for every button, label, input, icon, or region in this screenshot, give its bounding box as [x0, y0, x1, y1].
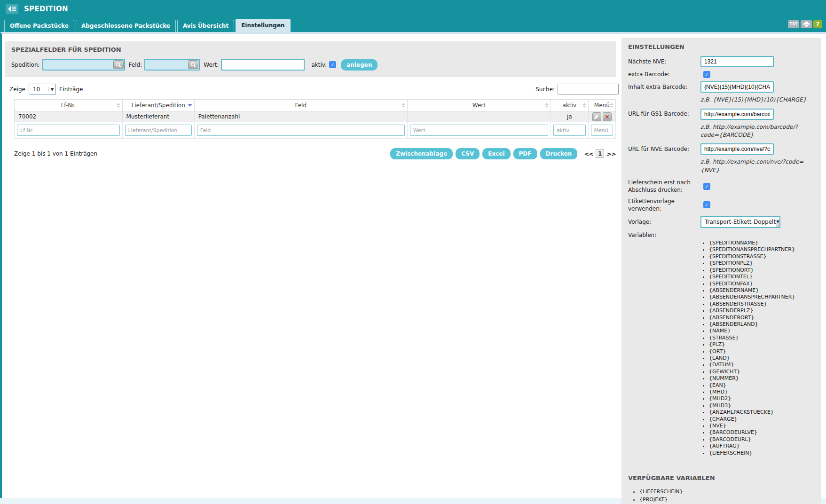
- csv-button[interactable]: CSV: [456, 148, 480, 159]
- col-header-lf-nr[interactable]: Lf-Nr.: [15, 100, 123, 111]
- pdf-button[interactable]: PDF: [513, 148, 537, 159]
- cell-lieferant: Musterlieferant: [122, 111, 194, 122]
- zeige-label: Zeige: [9, 86, 25, 93]
- wert-label: Wert:: [204, 62, 219, 68]
- sort-icons[interactable]: [610, 103, 614, 108]
- next-page-button[interactable]: >>: [606, 150, 616, 158]
- table-search-input[interactable]: [558, 84, 619, 94]
- tab-abgeschlossene-packstuecke[interactable]: Abgeschlossene Packstücke: [76, 20, 176, 32]
- variable-item: {SPEDITIONORT}: [709, 267, 817, 274]
- variable-item: {BARCODEURL}: [709, 436, 817, 443]
- variable-item: {ABSENDERANSPRECHPARTNER}: [709, 294, 817, 300]
- page-size-select[interactable]: 10 ▼: [29, 84, 56, 94]
- sort-icons[interactable]: [582, 103, 586, 108]
- search-area: Suche:: [535, 84, 619, 94]
- pencil-icon: [594, 114, 599, 119]
- url-nve-input[interactable]: [700, 143, 774, 155]
- filter-lf-nr-input[interactable]: [17, 125, 120, 136]
- einstellungen-panel: EINSTELLUNGEN Nächste NVE: extra Barcode…: [621, 38, 821, 504]
- sort-icons[interactable]: [545, 103, 549, 108]
- cell-lf-nr: 70002: [15, 111, 123, 122]
- anlegen-button[interactable]: anlegen: [341, 59, 378, 71]
- variable-item: {GEWICHT}: [709, 369, 817, 375]
- col-header-aktiv[interactable]: aktiv: [551, 100, 589, 111]
- toolbar-icons: TXT ?: [788, 20, 822, 28]
- aktiv-checkbox[interactable]: [329, 61, 336, 68]
- prev-page-button[interactable]: <<: [584, 150, 593, 158]
- drucken-button[interactable]: Drucken: [540, 148, 578, 159]
- sort-desc-icon[interactable]: [188, 104, 192, 107]
- tab-offene-packstuecke[interactable]: Offene Packstücke: [4, 20, 74, 32]
- edit-row-button[interactable]: [592, 112, 601, 121]
- lieferschein-checkbox[interactable]: [703, 183, 710, 190]
- variable-item: {MHD3}: [709, 402, 817, 409]
- verfuegbare-variablen-heading: VERFÜGBARE VARIABLEN: [628, 474, 817, 481]
- variable-item: {NVE}: [709, 423, 817, 429]
- vorlage-select[interactable]: Transport-Etikett-Doppelt ▼: [700, 216, 780, 228]
- url-gs1-input[interactable]: [700, 109, 774, 120]
- naechste-nve-label: Nächste NVE:: [628, 58, 700, 65]
- variable-item: {ABSENDERNAME}: [709, 287, 817, 294]
- variable-item: {SPEDITIONSTRASSE}: [709, 253, 817, 260]
- sort-icons[interactable]: [401, 103, 405, 108]
- wert-input[interactable]: [221, 59, 305, 71]
- content-area: SPEZIALFELDER FÜR SPEDITION Spedition: F…: [0, 32, 826, 498]
- current-page-button[interactable]: 1: [596, 150, 604, 158]
- tab-einstellungen[interactable]: Einstellungen: [236, 19, 290, 32]
- variable-item: {ANZAHLPACKSTUECKE}: [709, 409, 817, 416]
- col-header-feld[interactable]: Feld: [194, 100, 407, 111]
- excel-button[interactable]: Excel: [482, 148, 510, 159]
- spezialfelder-heading: SPEZIALFELDER FÜR SPEDITION: [11, 46, 609, 53]
- variable-item: {CHARGE}: [709, 416, 817, 423]
- delete-row-button[interactable]: ✕: [603, 112, 612, 121]
- variable-item: {NUMMER}: [709, 375, 817, 382]
- variable-item: {STRASSE}: [709, 335, 817, 341]
- magnifier-icon: [190, 62, 196, 68]
- cell-menue: ✕: [588, 111, 615, 122]
- inhalt-extra-barcode-hint: z.B. {NVE}(15){MHD}(10){CHARGE}: [700, 96, 813, 104]
- variable-item: {ABSENDERLAND}: [709, 321, 817, 328]
- variable-item: {PROJEKT}: [639, 496, 817, 504]
- txt-export-icon[interactable]: TXT: [788, 20, 799, 28]
- help-icon[interactable]: ?: [813, 20, 822, 28]
- vorlage-value: Transport-Etikett-Doppelt: [701, 219, 776, 225]
- table-row[interactable]: 70002 Musterlieferant Palettenanzahl ja: [15, 111, 616, 122]
- variable-item: {ABSENDERORT}: [709, 315, 817, 321]
- spedition-search-button[interactable]: [113, 60, 124, 69]
- table-footer: Zeige 1 bis 1 von 1 Einträgen Zwischenab…: [14, 148, 616, 159]
- verfuegbare-variablen-list: {LIEFERSCHEIN}{PROJEKT}{AUFTRAG}{NVE}{MH…: [632, 488, 817, 504]
- col-header-wert[interactable]: Wert: [407, 100, 551, 111]
- extra-barcode-label: extra Barcode:: [628, 71, 700, 78]
- filter-feld-input[interactable]: [197, 125, 405, 136]
- spedition-input[interactable]: [42, 59, 125, 71]
- tab-avis-uebersicht[interactable]: Avis Übersicht: [177, 20, 234, 32]
- inhalt-extra-barcode-input[interactable]: [700, 81, 774, 93]
- cell-feld: Palettenanzahl: [194, 111, 407, 122]
- zwischenablage-button[interactable]: Zwischenablage: [390, 148, 453, 159]
- sort-icons[interactable]: [117, 103, 120, 108]
- naechste-nve-input[interactable]: [700, 56, 774, 67]
- chevron-down-icon: ▼: [776, 217, 779, 227]
- suche-label: Suche:: [535, 86, 555, 93]
- col-header-menue[interactable]: Menü: [588, 100, 615, 111]
- spezialfelder-form: Spedition: Feld:: [11, 59, 609, 71]
- feld-search-button[interactable]: [188, 60, 198, 69]
- filter-lieferant-input[interactable]: [125, 125, 192, 136]
- variable-item: {BARCODEURLVE}: [709, 429, 817, 436]
- filter-aktiv-input[interactable]: [553, 125, 586, 136]
- extra-barcode-checkbox[interactable]: [703, 71, 710, 78]
- collapse-sidebar-button[interactable]: [6, 4, 18, 14]
- variable-item: {SPEDITIONNAME}: [709, 240, 817, 246]
- printer-icon[interactable]: [801, 20, 812, 28]
- app-header: SPEDITION: [0, 0, 826, 18]
- variable-item: {SPEDITIONTEL}: [709, 274, 817, 280]
- entries-info: Zeige 1 bis 1 von 1 Einträgen: [14, 150, 97, 157]
- etikettenvorlage-checkbox[interactable]: [703, 201, 710, 208]
- spezialfelder-table: Lf-Nr. Lieferant/Spedition Feld Wert akt…: [14, 99, 616, 139]
- filter-menue-input[interactable]: [591, 125, 613, 136]
- variable-item: {LIEFERSCHEIN}: [709, 450, 817, 457]
- col-header-lieferant[interactable]: Lieferant/Spedition: [122, 100, 194, 111]
- page-title: SPEDITION: [24, 5, 68, 13]
- lieferschein-label: Lieferschein erst nach Abschluss drucken…: [628, 179, 700, 194]
- filter-wert-input[interactable]: [410, 125, 548, 136]
